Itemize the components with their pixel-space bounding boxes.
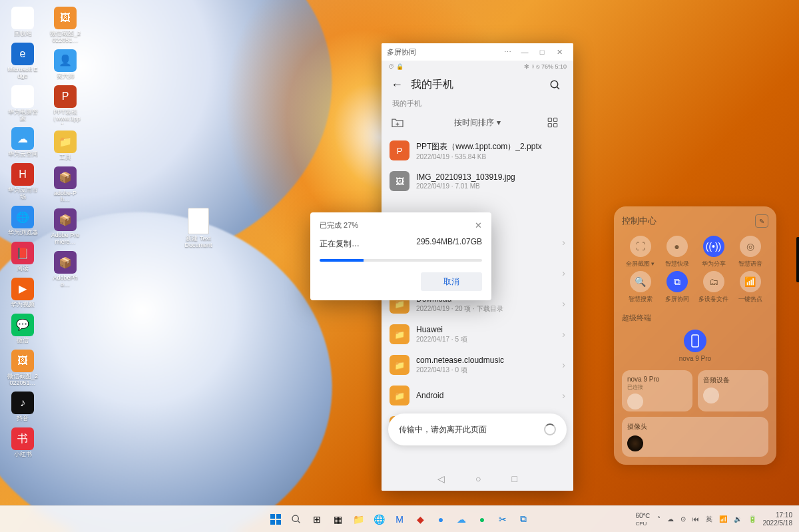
quick-toggle[interactable]: ●智慧快录 — [659, 236, 695, 268]
desktop-icon[interactable]: 📁工具 — [48, 129, 83, 162]
desktop-icon-label: Microsoft Edge — [7, 67, 39, 80]
nav-home-icon[interactable]: ○ — [475, 473, 481, 484]
window-extra-button[interactable]: ⋯ — [499, 43, 516, 61]
tray-chevron-icon[interactable]: ˄ — [657, 515, 661, 523]
screenshot-icon[interactable]: ✂ — [493, 510, 512, 529]
edge-icon[interactable]: 🌐 — [370, 510, 388, 529]
tray-media-icon[interactable]: ⏮ — [692, 515, 699, 523]
super-device-item[interactable]: nova 9 Pro — [622, 330, 768, 362]
breadcrumb: 我的手机 — [382, 97, 573, 113]
desktop-icon-label: adobe-Ph… — [49, 190, 81, 204]
desktop-icon[interactable]: H华为应用市场 — [5, 162, 40, 202]
app-icon: 🖼 — [54, 7, 77, 29]
quick-toggle[interactable]: 📶一键热点 — [732, 271, 768, 304]
cancel-button[interactable]: 取消 — [421, 272, 482, 291]
desktop-icon[interactable]: 💬微信 — [5, 312, 40, 346]
desktop-icon-label: 华为云空间 — [8, 151, 38, 158]
minimize-button[interactable]: — — [516, 43, 533, 61]
battery-icon[interactable]: 🔋 — [748, 515, 756, 523]
new-folder-icon[interactable] — [391, 117, 408, 128]
device-card[interactable]: 音频设备 — [698, 370, 768, 411]
wifi-icon[interactable]: 📶 — [719, 515, 727, 523]
edit-icon[interactable]: ✎ — [755, 214, 768, 228]
explorer-icon[interactable]: 📁 — [349, 510, 368, 529]
desktop-icon[interactable]: ☁华为云空间 — [5, 126, 40, 159]
quick-toggle[interactable]: ((•))华为分享 — [695, 236, 732, 268]
nav-recent-icon[interactable]: □ — [512, 473, 517, 484]
browser-icon[interactable]: ● — [431, 510, 450, 529]
file-item[interactable]: 📁com.netease.cloudmusic2022/04/13 · 0 项› — [382, 350, 573, 380]
volume-icon[interactable]: 🔉 — [734, 515, 742, 523]
file-toolbar: 按时间排序 ▾ — [382, 113, 573, 135]
desktop-icon[interactable]: ▶华为视频 — [5, 276, 40, 310]
quick-toggle[interactable]: 🗂多设备文件 — [695, 271, 732, 304]
file-item[interactable]: 📁Huawei2022/04/17 · 5 项› — [382, 319, 573, 350]
task-view-button[interactable]: ⊞ — [308, 510, 326, 529]
app-store-icon[interactable]: ◆ — [411, 510, 429, 529]
desktop-icon[interactable]: 📕阅读 — [5, 240, 40, 274]
quick-toggle[interactable]: 🔍智慧搜索 — [622, 271, 659, 304]
chevron-right-icon: › — [562, 360, 565, 370]
desktop-icon-text-document[interactable]: 新建 Text Document — [181, 208, 216, 249]
phone-header: ← 我的手机 — [382, 73, 573, 97]
quick-toggle[interactable]: ◎智慧语音 — [732, 236, 768, 268]
edge-panel-handle[interactable] — [796, 237, 799, 282]
tray-cloud-icon[interactable]: ☁ — [667, 515, 674, 523]
search-icon[interactable] — [549, 79, 564, 91]
desktop-icon[interactable]: 📦AdobePho… — [48, 250, 83, 290]
desktop-icon[interactable]: 🖼微信截图_2022051… — [5, 348, 40, 388]
file-item[interactable]: 🖼IMG_20210913_103919.jpg2022/04/19 · 7.0… — [382, 166, 573, 196]
device-card[interactable]: nova 9 Pro已连接 — [622, 370, 692, 411]
search-button[interactable] — [287, 510, 306, 529]
close-button[interactable]: ✕ — [551, 43, 568, 61]
super-device-label: 超级终端 — [622, 313, 768, 323]
pc-manager-icon[interactable]: M — [390, 510, 409, 529]
desktop-icon-label: 微信截图_2022051… — [7, 374, 39, 387]
widgets-button[interactable]: ▦ — [328, 510, 347, 529]
desktop-icon[interactable]: 📦Adobe Premiere… — [48, 207, 83, 247]
start-button[interactable] — [266, 510, 285, 529]
nav-back-icon[interactable]: ◁ — [437, 473, 445, 484]
wechat-icon[interactable]: ● — [473, 510, 491, 529]
file-item[interactable]: PPPT图表（www.1ppt.com）_2.pptx2022/04/19 · … — [382, 135, 573, 166]
window-titlebar[interactable]: 多屏协同 ⋯ — □ ✕ — [382, 43, 573, 61]
desktop-icon-label: AdobePho… — [49, 275, 81, 288]
desktop-icon[interactable]: 👤黄六帅 — [48, 48, 83, 81]
desktop-icon[interactable]: 书小红书 — [5, 426, 40, 459]
desktop-icon-label: 黄六帅 — [57, 73, 75, 80]
cloud-icon[interactable]: ☁ — [452, 510, 471, 529]
control-center-panel: 控制中心 ✎ ⛶全屏截图 ▾●智慧快录((•))华为分享◎智慧语音🔍智慧搜索⧉多… — [614, 206, 776, 465]
tray-manager-icon[interactable]: ⊙ — [680, 515, 686, 523]
maximize-button[interactable]: □ — [533, 43, 551, 61]
phone-icon — [684, 330, 706, 352]
camera-card[interactable]: 摄像头 — [622, 417, 768, 457]
file-item[interactable]: 📁Android› — [382, 380, 573, 411]
desktop-icon[interactable]: M华为电脑管家 — [5, 84, 40, 124]
app-icon: 💬 — [11, 314, 34, 336]
desktop-icon[interactable]: eMicrosoft Edge — [5, 41, 40, 81]
quick-toggle[interactable]: ⛶全屏截图 ▾ — [622, 236, 659, 268]
app-icon: ☁ — [11, 127, 34, 150]
quick-toggle[interactable]: ⧉多屏协同 — [659, 271, 695, 304]
desktop-icon[interactable]: ♻回收站 — [5, 5, 40, 39]
file-meta: 2022/04/13 · 0 项 — [416, 366, 562, 375]
desktop-icon-label: 小红书 — [14, 451, 32, 458]
desktop-icon[interactable]: 🌐华为浏览器 — [5, 204, 40, 238]
desktop-icon[interactable]: ♪抖音 — [5, 390, 40, 423]
clock[interactable]: 17:10 2022/5/18 — [763, 511, 793, 527]
ime-indicator[interactable]: 英 — [706, 515, 712, 524]
quick-toggle-grid: ⛶全屏截图 ▾●智慧快录((•))华为分享◎智慧语音🔍智慧搜索⧉多屏协同🗂多设备… — [622, 236, 768, 304]
svg-line-1 — [557, 87, 559, 89]
dialog-close-icon[interactable]: ✕ — [475, 220, 482, 230]
system-tray[interactable]: 60℃CPU ˄ ☁ ⊙ ⏮ 英 📶 🔉 🔋 17:10 2022/5/18 — [635, 511, 792, 527]
toggle-icon: 📶 — [740, 271, 761, 292]
progress-status: 正在复制… — [320, 239, 360, 248]
sort-dropdown[interactable]: 按时间排序 ▾ — [408, 117, 547, 129]
view-toggle-icon[interactable] — [547, 117, 564, 129]
toggle-icon: ⧉ — [666, 271, 688, 292]
desktop-icon[interactable]: 📦adobe-Ph… — [48, 165, 83, 205]
desktop-icon[interactable]: PPPT装裱（www.1ppt… — [48, 84, 83, 127]
multi-screen-icon[interactable]: ⧉ — [514, 510, 533, 529]
back-button[interactable]: ← — [391, 78, 405, 92]
desktop-icon[interactable]: 🖼微信截图_2022051… — [48, 5, 83, 45]
